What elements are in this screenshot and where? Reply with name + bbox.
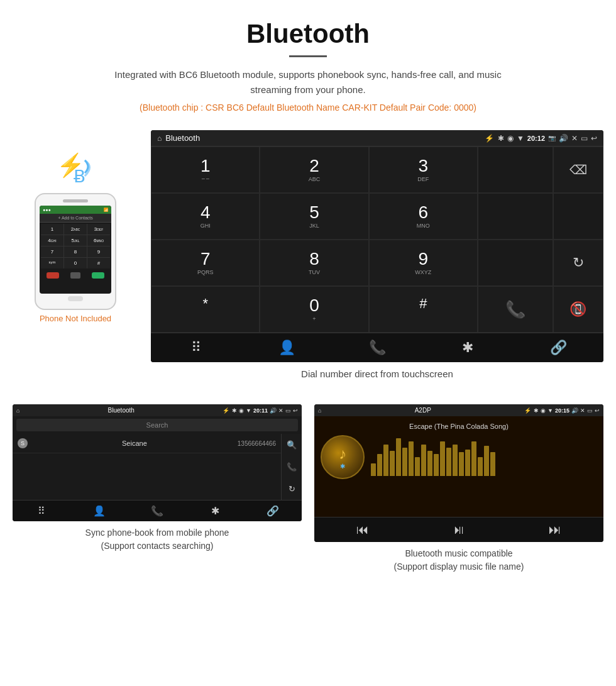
pb-back-icon: ↩ — [293, 407, 298, 414]
main-screen-area: ⌂ Bluetooth ⚡ ✱ ◉ ▼ 20:12 📷 🔊 ✕ ▭ ↩ — [151, 130, 603, 379]
nav-contacts-button[interactable]: 👤 — [241, 340, 332, 356]
contact-name: Seicane — [31, 440, 238, 447]
prev-track-button[interactable]: ⏮ — [314, 523, 410, 537]
pb-nav-phone[interactable]: 📞 — [128, 505, 186, 517]
wifi-waves-icon: Ƀ — [72, 154, 97, 189]
phonebook-screen: ⌂ Bluetooth ⚡ ✱ ◉ ▼ 20:11 🔊 ✕ ▭ ↩ Search — [13, 404, 302, 521]
svg-text:Ƀ: Ƀ — [74, 167, 85, 185]
viz-bar — [490, 452, 495, 476]
viz-bar — [421, 445, 426, 476]
bluetooth-icon-area: ⚡ Ƀ — [53, 149, 97, 193]
pb-nav-link[interactable]: 🔗 — [244, 505, 302, 517]
pb-bottom-nav: ⠿ 👤 📞 ✱ 🔗 — [13, 500, 302, 521]
android-main-screen: ⌂ Bluetooth ⚡ ✱ ◉ ▼ 20:12 📷 🔊 ✕ ▭ ↩ — [151, 130, 603, 362]
viz-bar — [390, 451, 395, 476]
next-track-button[interactable]: ⏭ — [507, 523, 603, 537]
dial-key-2[interactable]: 2ABC — [260, 147, 368, 193]
dial-key-star[interactable]: * — [151, 286, 260, 333]
dial-key-4[interactable]: 4GHI — [151, 193, 260, 240]
pb-statusbar-right: ✱ ◉ ▼ 20:11 🔊 ✕ ▭ ↩ — [232, 407, 298, 414]
phone-action-icon[interactable]: 📞 — [284, 460, 299, 474]
reload-button[interactable]: ↻ — [553, 240, 603, 286]
end-call-button[interactable]: 📵 — [553, 286, 603, 333]
statusbar-left: ⌂ Bluetooth ⚡ — [157, 133, 494, 143]
back-icon: ↩ — [591, 134, 597, 143]
viz-bar — [440, 441, 445, 476]
phone-speaker — [63, 199, 88, 202]
mu-statusbar-right: ✱ ◉ ▼ 20:15 🔊 ✕ ▭ ↩ — [534, 407, 600, 414]
viz-bar — [377, 454, 382, 476]
pb-home-icon: ⌂ — [16, 407, 19, 414]
dial-key-empty-4 — [478, 240, 553, 286]
viz-bar — [453, 445, 458, 476]
music-screen: ⌂ A2DP ⚡ ✱ ◉ ▼ 20:15 🔊 ✕ ▭ ↩ Escape (The… — [314, 404, 603, 542]
page-title: Bluetooth — [13, 19, 603, 49]
nav-link-button[interactable]: 🔗 — [513, 340, 603, 356]
play-pause-button[interactable]: ⏯ — [410, 523, 507, 537]
viz-bar — [471, 441, 476, 476]
phone-bottom-bar — [40, 270, 111, 281]
dial-key-9[interactable]: 9WXYZ — [369, 240, 478, 286]
nav-grid-button[interactable]: ⠿ — [151, 340, 241, 356]
viz-bar — [434, 454, 439, 476]
phone-btn-green — [92, 272, 104, 279]
dial-key-6[interactable]: 6MNO — [369, 193, 478, 240]
mu-home-icon: ⌂ — [318, 407, 321, 414]
pb-nav-person[interactable]: 👤 — [70, 505, 128, 517]
signal-icon: ▼ — [517, 134, 524, 143]
dialpad-grid: 1∽∽ 2ABC 3DEF ⌫ 4GHI 5JKL 6MNO 7PQRS 8TU… — [151, 146, 603, 333]
phonebook-statusbar: ⌂ Bluetooth ⚡ ✱ ◉ ▼ 20:11 🔊 ✕ ▭ ↩ — [13, 404, 302, 416]
mu-window-icon: ▭ — [587, 407, 593, 414]
call-button[interactable]: 📞 — [478, 286, 553, 333]
mu-bt-icon: ✱ — [534, 407, 539, 414]
refresh-action-icon[interactable]: ↻ — [286, 482, 298, 496]
dial-key-7[interactable]: 7PQRS — [151, 240, 260, 286]
viz-bar — [478, 457, 483, 476]
contact-list: S Seicane 13566664466 — [13, 434, 281, 500]
phone-btn-red — [47, 272, 59, 279]
music-controls: ⏮ ⏯ ⏭ — [314, 517, 603, 542]
music-bt-badge: ✱ — [339, 463, 346, 470]
location-icon: ◉ — [507, 134, 514, 143]
nav-phone-button[interactable]: 📞 — [332, 340, 422, 356]
phone-dialpad: 12ABC3DEF 4GHI5JKL6MNO 789 sym0# — [41, 224, 110, 268]
volume-icon: 🔊 — [559, 134, 568, 143]
pb-bt-icon: ✱ — [232, 407, 237, 414]
phone-screen: ●●●📶 + Add to Contacts 12ABC3DEF 4GHI5JK… — [40, 206, 111, 294]
backspace-button[interactable]: ⌫ — [553, 147, 603, 193]
music-song-title: Escape (The Pina Colada Song) — [321, 423, 597, 430]
phonebook-caption: Sync phone-book from mobile phone(Suppor… — [13, 526, 302, 553]
search-action-icon[interactable]: 🔍 — [284, 438, 299, 452]
mu-close-icon: ✕ — [580, 407, 585, 414]
dial-key-8[interactable]: 8TUV — [260, 240, 368, 286]
dial-key-0[interactable]: 0+ — [260, 286, 368, 333]
phone-screen-header: ●●●📶 — [40, 206, 111, 214]
mu-usb-icon: ⚡ — [524, 407, 531, 414]
pb-signal-icon: ▼ — [246, 407, 251, 414]
phone-area: ⚡ Ƀ ●●●📶 + Add to Contacts — [13, 143, 138, 323]
dial-key-3[interactable]: 3DEF — [369, 147, 478, 193]
contact-row[interactable]: S Seicane 13566664466 — [13, 434, 281, 453]
viz-bar — [427, 451, 432, 476]
side-actions: 🔍 📞 ↻ — [281, 434, 302, 500]
phone-body: ●●●📶 + Add to Contacts 12ABC3DEF 4GHI5JK… — [35, 193, 116, 310]
pb-nav-bt[interactable]: ✱ — [186, 505, 244, 517]
mu-statusbar-title: A2DP — [324, 407, 522, 414]
nav-bluetooth-button[interactable]: ✱ — [422, 340, 513, 356]
phone-mockup: ●●●📶 + Add to Contacts 12ABC3DEF 4GHI5JK… — [35, 193, 116, 310]
phone-add-contact: + Add to Contacts — [40, 214, 111, 223]
page-header: Bluetooth Integrated with BC6 Bluetooth … — [0, 0, 616, 130]
camera-icon: 📷 — [548, 135, 556, 141]
pb-nav-grid[interactable]: ⠿ — [13, 505, 70, 517]
viz-bar — [383, 445, 388, 476]
pb-status-time: 20:11 — [253, 407, 268, 414]
dial-key-5[interactable]: 5JKL — [260, 193, 368, 240]
dial-key-hash[interactable]: # — [369, 286, 478, 333]
dial-key-1[interactable]: 1∽∽ — [151, 147, 260, 193]
dial-key-empty-1 — [478, 147, 553, 193]
pb-close-icon: ✕ — [278, 407, 283, 414]
viz-bar — [371, 463, 376, 476]
bt-status-icon: ✱ — [498, 134, 504, 143]
title-divider — [289, 55, 327, 57]
mu-back-icon: ↩ — [595, 407, 600, 414]
